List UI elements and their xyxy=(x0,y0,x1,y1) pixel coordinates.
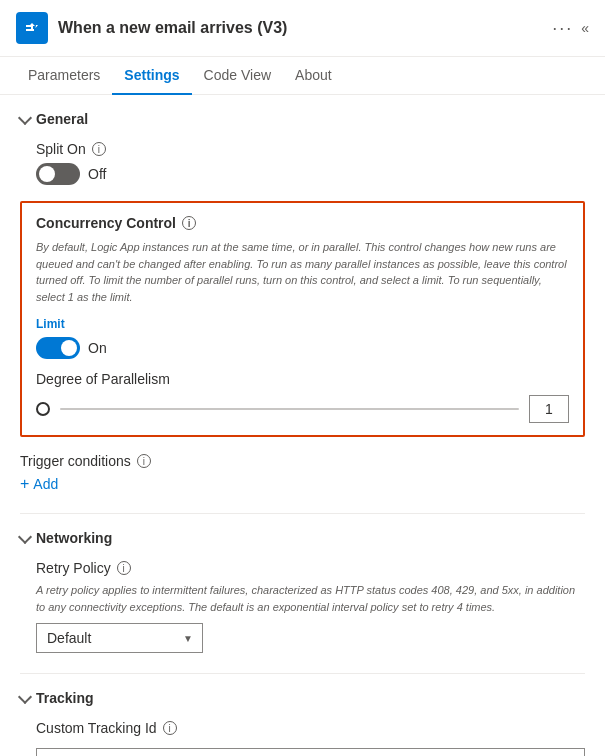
tab-code-view[interactable]: Code View xyxy=(192,57,283,95)
retry-policy-select[interactable]: Default None Fixed interval Exponential … xyxy=(36,623,203,653)
concurrency-toggle-thumb xyxy=(61,340,77,356)
networking-section: Networking Retry Policy i A retry policy… xyxy=(20,530,585,653)
networking-chevron-icon xyxy=(18,529,32,543)
split-on-field: Split On i Off xyxy=(36,141,585,185)
settings-content: General Split On i Off Concurrency Contr… xyxy=(0,95,605,756)
concurrency-toggle[interactable] xyxy=(36,337,80,359)
parallelism-slider-row: 1 xyxy=(36,395,569,423)
plus-icon: + xyxy=(20,475,29,493)
split-on-toggle-row: Off xyxy=(36,163,585,185)
custom-tracking-id-label: Custom Tracking Id xyxy=(36,720,157,736)
retry-policy-select-wrapper: Default None Fixed interval Exponential … xyxy=(36,623,203,653)
trigger-conditions-info-icon[interactable]: i xyxy=(137,454,151,468)
header-actions: ··· « xyxy=(552,18,589,39)
retry-policy-label: Retry Policy xyxy=(36,560,111,576)
concurrency-toggle-row: On xyxy=(36,337,569,359)
concurrency-toggle-track xyxy=(36,337,80,359)
split-on-toggle[interactable] xyxy=(36,163,80,185)
concurrency-title-text: Concurrency Control xyxy=(36,215,176,231)
retry-policy-field: Retry Policy i A retry policy applies to… xyxy=(36,560,585,653)
section-divider-1 xyxy=(20,513,585,514)
window-title: When a new email arrives (V3) xyxy=(58,19,552,37)
retry-policy-label-row: Retry Policy i xyxy=(36,560,585,576)
slider-track[interactable] xyxy=(60,408,519,410)
trigger-conditions-section: Trigger conditions i + Add xyxy=(20,453,585,493)
general-section: General Split On i Off Concurrency Contr… xyxy=(20,111,585,493)
tracking-chevron-icon xyxy=(18,689,32,703)
parallelism-section: Degree of Parallelism 1 xyxy=(36,371,569,423)
retry-policy-description: A retry policy applies to intermittent f… xyxy=(36,582,585,615)
concurrency-toggle-label: On xyxy=(88,340,107,356)
tab-about[interactable]: About xyxy=(283,57,344,95)
custom-tracking-id-field: Custom Tracking Id i xyxy=(36,720,585,756)
tab-bar: Parameters Settings Code View About xyxy=(0,57,605,95)
split-on-toggle-label: Off xyxy=(88,166,106,182)
concurrency-info-icon[interactable]: i xyxy=(182,216,196,230)
slider-handle[interactable] xyxy=(36,402,50,416)
split-on-label-row: Split On i xyxy=(36,141,585,157)
general-section-header[interactable]: General xyxy=(20,111,585,127)
split-on-label: Split On xyxy=(36,141,86,157)
app-icon xyxy=(16,12,48,44)
tab-settings[interactable]: Settings xyxy=(112,57,191,95)
concurrency-control-box: Concurrency Control i By default, Logic … xyxy=(20,201,585,437)
custom-tracking-id-input[interactable] xyxy=(36,748,585,756)
add-button-label: Add xyxy=(33,476,58,492)
trigger-conditions-label-row: Trigger conditions i xyxy=(20,453,585,469)
parallelism-value-box[interactable]: 1 xyxy=(529,395,569,423)
tracking-section: Tracking Custom Tracking Id i xyxy=(20,690,585,756)
trigger-conditions-label: Trigger conditions xyxy=(20,453,131,469)
networking-section-header[interactable]: Networking xyxy=(20,530,585,546)
limit-label: Limit xyxy=(36,317,569,331)
tracking-section-title: Tracking xyxy=(36,690,94,706)
concurrency-title-row: Concurrency Control i xyxy=(36,215,569,231)
more-options-button[interactable]: ··· xyxy=(552,18,573,39)
split-on-info-icon[interactable]: i xyxy=(92,142,106,156)
tracking-section-header[interactable]: Tracking xyxy=(20,690,585,706)
general-chevron-icon xyxy=(18,110,32,124)
parallelism-label: Degree of Parallelism xyxy=(36,371,569,387)
tab-parameters[interactable]: Parameters xyxy=(16,57,112,95)
retry-policy-info-icon[interactable]: i xyxy=(117,561,131,575)
concurrency-description: By default, Logic App instances run at t… xyxy=(36,239,569,305)
general-section-title: General xyxy=(36,111,88,127)
split-on-toggle-track xyxy=(36,163,80,185)
add-trigger-condition-button[interactable]: + Add xyxy=(20,475,58,493)
networking-section-title: Networking xyxy=(36,530,112,546)
section-divider-2 xyxy=(20,673,585,674)
custom-tracking-id-label-row: Custom Tracking Id i xyxy=(36,720,585,736)
collapse-button[interactable]: « xyxy=(581,20,589,36)
split-on-toggle-thumb xyxy=(39,166,55,182)
custom-tracking-id-info-icon[interactable]: i xyxy=(163,721,177,735)
header: When a new email arrives (V3) ··· « xyxy=(0,0,605,57)
